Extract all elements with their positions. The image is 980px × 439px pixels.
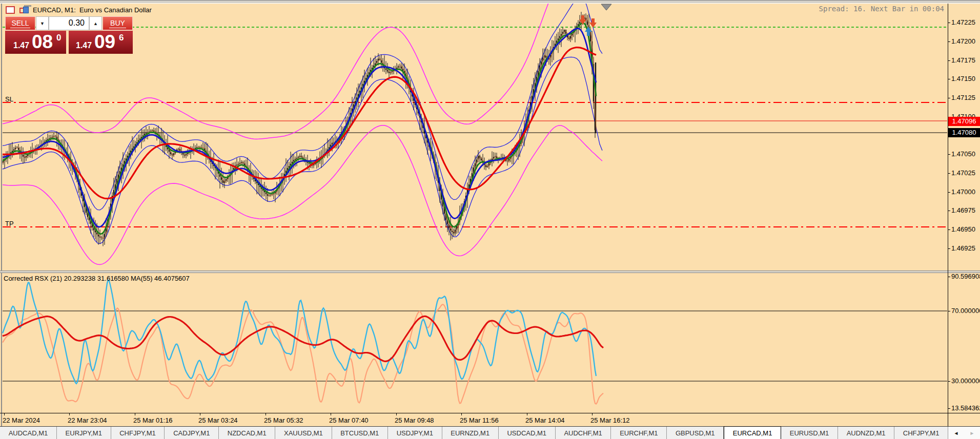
chart-left-border — [1, 4, 2, 426]
chart-title: EURCAD, M1: Euro vs Canadian Dollar — [33, 6, 152, 14]
price-axis-tick — [948, 23, 950, 23]
indicator-axis-tick — [948, 311, 950, 311]
price-axis-label: 1.47025 — [951, 169, 975, 177]
price-axis-tick — [948, 248, 950, 249]
indicator-axis-tick — [948, 277, 950, 277]
time-axis-tick — [135, 413, 135, 415]
one-click-trading-panel: SELL ▼ 0.30 ▲ BUY 1.47 08 0 1.47 09 6 — [5, 16, 133, 54]
price-axis-tick — [948, 154, 950, 155]
time-axis-label: 25 Mar 09:48 — [395, 416, 434, 424]
price-axis-line — [948, 4, 948, 426]
price-axis-label: 1.47000 — [951, 188, 975, 196]
tab-scroll-right-icon[interactable]: ► — [970, 430, 975, 436]
time-axis-tick — [592, 413, 593, 415]
time-axis-label: 25 Mar 16:12 — [590, 416, 630, 424]
volume-input[interactable]: 0.30 — [49, 16, 89, 30]
tab-audchf-m1[interactable]: AUDCHF,M1 — [556, 427, 611, 439]
tab-eurnzd-m1[interactable]: EURNZD,M1 — [442, 427, 499, 439]
quotes-icon[interactable] — [6, 6, 15, 14]
indicator-axis-tick — [948, 408, 950, 409]
tab-cadjpy-m1[interactable]: CADJPY,M1 — [165, 427, 219, 439]
tab-gbpusd-m1[interactable]: GBPUSD,M1 — [667, 427, 724, 439]
time-axis-tick — [200, 413, 200, 415]
ask-price-sup: 6 — [119, 33, 124, 43]
tab-eurcad-m1[interactable]: EURCAD,M1 — [724, 426, 781, 439]
bid-price-badge: 1.47080 — [948, 128, 980, 137]
time-axis-label: 25 Mar 01:16 — [133, 416, 173, 424]
price-axis-label: 1.47050 — [951, 150, 975, 158]
time-axis-tick — [461, 413, 462, 415]
time-axis-tick — [69, 413, 70, 415]
price-axis-tick — [948, 192, 950, 193]
time-axis-label: 22 Mar 2024 — [3, 416, 40, 424]
price-axis-label: 1.46975 — [951, 206, 975, 214]
time-axis-label: 25 Mar 07:40 — [329, 416, 369, 424]
price-axis-tick — [948, 60, 950, 61]
price-axis-label: 1.46950 — [951, 225, 975, 233]
subwindow-separator[interactable] — [0, 270, 980, 273]
price-axis-label: 1.47125 — [951, 94, 975, 101]
tab-xauusd-m1[interactable]: XAUUSD,M1 — [275, 427, 332, 439]
spread-nextbar-info: Spread: 16. Next Bar in 00:04 — [819, 5, 944, 13]
indicator-axis-label: 90.596908 — [951, 273, 980, 280]
time-axis-tick — [527, 413, 527, 415]
time-axis-label: 25 Mar 03:24 — [198, 416, 238, 424]
time-axis-label: 25 Mar 14:04 — [525, 416, 565, 424]
tab-eurusd-m1[interactable]: EURUSD,M1 — [781, 427, 838, 439]
time-axis-label: 25 Mar 05:32 — [264, 416, 303, 424]
price-axis-label: 1.46925 — [951, 244, 975, 252]
time-axis-label: 25 Mar 11:56 — [460, 416, 499, 424]
indicator-label: Corrected RSX (21) 20.293238 31.616580 M… — [4, 275, 190, 282]
ask-price-big: 09 — [94, 31, 115, 53]
ask-price-panel[interactable]: 1.47 09 6 — [69, 31, 133, 54]
price-axis-tick — [948, 211, 950, 211]
indicator-axis-label: 13.584362 — [951, 404, 980, 412]
symbol-tab-bar: AUDCAD,M1EURJPY,M1CHFJPY,M1CADJPY,M1NZDC… — [0, 426, 980, 439]
bid-price-small: 1.47 — [13, 41, 29, 50]
tab-usdjpy-m1[interactable]: USDJPY,M1 — [388, 427, 442, 439]
chart-shift-marker — [601, 4, 611, 10]
time-axis-tick — [266, 413, 266, 415]
bid-price-big: 08 — [32, 31, 53, 53]
buy-button[interactable]: BUY — [103, 16, 133, 30]
orders-icon[interactable] — [19, 6, 29, 14]
tab-eurchf-m1[interactable]: EURCHF,M1 — [611, 427, 667, 439]
price-axis-tick — [948, 79, 950, 79]
time-axis-label: 22 Mar 23:04 — [68, 416, 107, 424]
ask-price-badge: 1.47096 — [948, 117, 980, 126]
tp-line-label[interactable]: TP — [5, 220, 14, 227]
indicator-axis-label: 70.000000 — [951, 307, 980, 315]
tab-scroll-nav: ◄ ► — [948, 427, 980, 439]
price-axis-label: 1.47200 — [951, 37, 975, 45]
price-axis-tick — [948, 229, 950, 230]
chart-canvas[interactable] — [0, 0, 980, 439]
bid-price-sup: 0 — [56, 33, 61, 43]
volume-decrease-button[interactable]: ▼ — [36, 16, 49, 30]
tab-usdcad-m1[interactable]: USDCAD,M1 — [499, 427, 556, 439]
price-axis-label: 1.47225 — [951, 18, 975, 26]
tab-chfjpy-m1[interactable]: CHFJPY,M1 — [894, 427, 948, 439]
window-top-edge — [0, 0, 980, 4]
price-axis-tick — [948, 173, 950, 174]
tab-btcusd-m1[interactable]: BTCUSD,M1 — [332, 427, 388, 439]
price-axis-label: 1.47175 — [951, 56, 975, 64]
time-axis-tick — [331, 413, 331, 415]
price-axis-label: 1.47150 — [951, 75, 975, 82]
bid-price-panel[interactable]: 1.47 08 0 — [5, 31, 66, 54]
volume-increase-button[interactable]: ▲ — [89, 16, 102, 30]
tab-eurjpy-m1[interactable]: EURJPY,M1 — [57, 427, 111, 439]
ask-price-small: 1.47 — [76, 41, 92, 50]
tab-chfjpy-m1[interactable]: CHFJPY,M1 — [111, 427, 165, 439]
indicator-axis-tick — [948, 381, 950, 382]
time-axis-tick — [4, 413, 5, 415]
tab-scroll-left-icon[interactable]: ◄ — [954, 430, 959, 436]
time-axis-tick — [396, 413, 397, 415]
tab-nzdcad-m1[interactable]: NZDCAD,M1 — [219, 427, 275, 439]
sell-button[interactable]: SELL — [5, 16, 35, 30]
price-axis-tick — [948, 98, 950, 98]
tab-audnzd-m1[interactable]: AUDNZD,M1 — [838, 427, 894, 439]
sl-line-label[interactable]: SL — [5, 95, 13, 103]
tab-audcad-m1[interactable]: AUDCAD,M1 — [0, 427, 57, 439]
price-axis-tick — [948, 41, 950, 42]
indicator-axis-label: 30.000000 — [951, 377, 980, 385]
